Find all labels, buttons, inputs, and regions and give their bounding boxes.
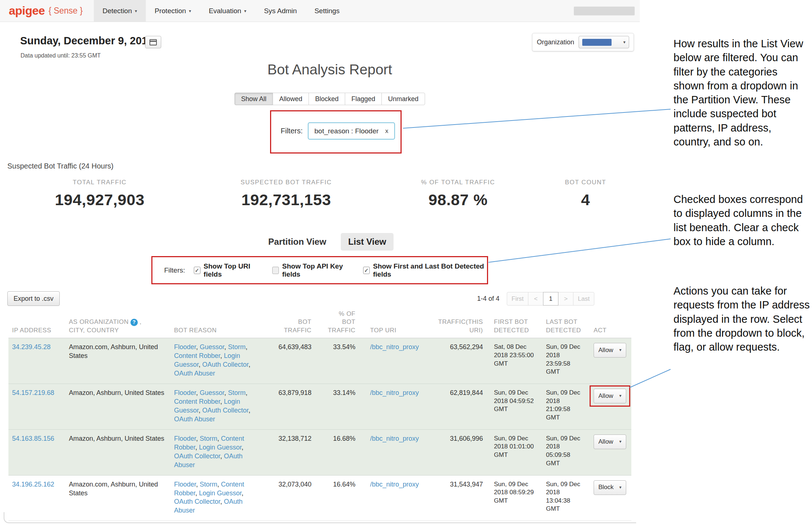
tab-blocked[interactable]: Blocked (309, 93, 345, 105)
column-header-pct-of-bot-traffic: % OFBOTTRAFFIC (316, 310, 360, 334)
bot-reason-link[interactable]: OAuth Collector (174, 498, 220, 505)
as-organization: Amazon, Ashburn, United States (65, 435, 170, 470)
page-button-last[interactable]: Last (573, 292, 594, 306)
action-label: Allow (598, 438, 613, 446)
export-csv-button[interactable]: Export to .csv (7, 291, 60, 306)
stat-label: SUSPECTED BOT TRAFFIC (213, 179, 359, 186)
stat-value: 192,731,153 (213, 191, 359, 209)
calendar-button[interactable] (145, 36, 161, 48)
first-bot-detected-value: Sun, 09 Dec 2018 04:59:52 GMT (487, 389, 539, 424)
ip-address-link[interactable]: 54.157.219.68 (12, 389, 54, 396)
nav-item-detection[interactable]: Detection▾ (94, 0, 146, 22)
table-header-row: IP ADDRESSAS ORGANIZATION?,CITY, COUNTRY… (8, 310, 631, 338)
tab-allowed[interactable]: Allowed (273, 93, 309, 105)
bot-reason-link[interactable]: OAuth Abuser (174, 415, 215, 423)
tab-unmarked[interactable]: Unmarked (381, 93, 425, 105)
bot-reason-link[interactable]: Guessor (200, 389, 224, 396)
table-row: 34.239.45.28Amazon.com, Ashburn, United … (8, 338, 631, 384)
nav-item-settings[interactable]: Settings (306, 0, 348, 22)
bot-reason-link[interactable]: Login Guessor (199, 489, 241, 497)
chevron-down-icon: ▾ (189, 8, 191, 14)
bot-reason-link[interactable]: Flooder (174, 343, 196, 351)
action-dropdown[interactable]: Allow▾ (594, 389, 626, 403)
last-bot-detected-value: Sun, 09 Dec 2018 13:04:38 GMT (539, 480, 590, 515)
column-header-as-organization-city-country: AS ORGANIZATION?,CITY, COUNTRY (65, 318, 170, 334)
pct-bot-traffic-value: 33.54% (316, 343, 360, 378)
first-bot-detected-value: Sat, 08 Dec 2018 23:55:00 GMT (487, 343, 539, 378)
traffic-this-uri-value: 62,819,844 (425, 389, 487, 424)
bot-reason-link[interactable]: Storm (228, 343, 246, 351)
bot-reason-link[interactable]: Storm (228, 389, 246, 396)
filter-checkbox-show-first-and-last-bot-detected-fields[interactable]: ✓Show First and Last Bot Detected fields (363, 262, 487, 278)
tab-show-all[interactable]: Show All (235, 93, 273, 105)
filters-label: Filters: (281, 127, 303, 135)
pct-bot-traffic-value: 16.68% (316, 435, 360, 470)
bot-reason-link[interactable]: Guessor (200, 343, 224, 351)
bot-reason-link[interactable]: OAuth Collector (202, 407, 248, 414)
pager-zone: 1-4 of 4 First<1>Last (477, 292, 594, 306)
checkbox-checked-icon[interactable]: ✓ (194, 267, 200, 274)
table-row: 54.157.219.68Amazon, Ashburn, United Sta… (8, 384, 631, 430)
nav-item-evaluation[interactable]: Evaluation▾ (200, 0, 255, 22)
nav-item-protection[interactable]: Protection▾ (146, 0, 200, 22)
first-bot-detected-value: Sun, 09 Dec 2018 08:59:29 GMT (487, 480, 539, 515)
pct-bot-traffic-value: 33.14% (316, 389, 360, 424)
top-uri-link[interactable]: /bbc_nitro_proxy (370, 343, 419, 351)
help-icon[interactable]: ? (130, 319, 138, 326)
bot-reason-link[interactable]: Flooder (174, 389, 196, 396)
bot-reason-link[interactable]: Content Robber (174, 352, 220, 359)
report-date: Sunday, December 9, 2018 (20, 35, 154, 47)
chevron-down-icon: ▾ (619, 439, 621, 445)
top-uri-link[interactable]: /bbc_nitro_proxy (370, 481, 419, 488)
page-button-page-1[interactable]: 1 (543, 292, 558, 306)
callout-line-actions (630, 369, 671, 388)
filter-checkbox-label: Show Top API Key fields (282, 262, 352, 278)
stat-label: BOT COUNT (531, 179, 641, 186)
bot-reason-link[interactable]: OAuth Abuser (174, 370, 215, 377)
filter-checkbox-show-top-uri-fields[interactable]: ✓Show Top URI fields (194, 262, 261, 278)
ip-address-link[interactable]: 34.196.25.162 (12, 481, 54, 488)
bot-reason-link[interactable]: OAuth Collector (202, 361, 248, 368)
nav-item-sys-admin[interactable]: Sys Admin (255, 0, 306, 22)
pct-bot-traffic-value: 16.64% (316, 480, 360, 515)
checkbox-checked-icon[interactable]: ✓ (363, 267, 370, 274)
bot-reason-link[interactable]: Storm (200, 435, 217, 442)
bot-reason-link[interactable]: Storm (200, 481, 217, 488)
list-view-toggle[interactable]: List View (341, 233, 394, 251)
tab-flagged[interactable]: Flagged (345, 93, 382, 105)
chevron-down-icon: ▾ (623, 40, 625, 45)
bot-reason-link[interactable]: Content Robber (174, 398, 220, 405)
checkbox-unchecked-icon[interactable] (272, 267, 279, 274)
annotation-highlight-column-filters: Filters: ✓Show Top URI fieldsShow Top AP… (151, 256, 488, 284)
apigee-logo[interactable]: apigee { Sense } (0, 0, 90, 22)
bot-reason-link[interactable]: OAuth Collector (174, 452, 220, 460)
action-dropdown[interactable]: Block▾ (594, 480, 626, 495)
top-uri-link[interactable]: /bbc_nitro_proxy (370, 389, 419, 396)
stat-label: TOTAL TRAFFIC (30, 179, 169, 186)
bot-reason-link[interactable]: Login Guessor (199, 444, 241, 451)
remove-filter-icon[interactable]: x (385, 127, 388, 135)
partition-view-toggle[interactable]: Partition View (266, 233, 328, 251)
action-dropdown[interactable]: Allow▾ (594, 435, 626, 449)
page-button-first[interactable]: First (507, 292, 528, 306)
ip-address-link[interactable]: 54.163.85.156 (12, 435, 54, 442)
bot-reason-link[interactable]: Flooder (174, 435, 196, 442)
suspected-traffic-heading: Suspected Bot Traffic (24 Hours) (7, 162, 114, 170)
filter-tag[interactable]: bot_reason : Flooder x (308, 122, 395, 140)
bot-reasons: Flooder, Guessor, Storm, Content Robber,… (170, 389, 256, 424)
bot-traffic-value: 32,073,040 (256, 480, 316, 515)
top-uri-link[interactable]: /bbc_nitro_proxy (370, 435, 419, 442)
stat-value: 98.87 % (385, 191, 531, 209)
last-bot-detected-value: Sun, 09 Dec 2018 21:09:58 GMT (539, 389, 590, 424)
organization-dropdown[interactable]: ▾ (579, 36, 629, 48)
as-organization: Amazon, Ashburn, United States (65, 389, 170, 424)
ip-address-link[interactable]: 34.239.45.28 (12, 343, 51, 351)
bot-reasons: Flooder, Storm, Content Robber, Login Gu… (170, 435, 256, 470)
organization-panel: Organization ▾ (532, 33, 634, 51)
filter-checkbox-show-top-api-key-fields[interactable]: Show Top API Key fields (272, 262, 352, 278)
sense-logo-text: { Sense } (48, 6, 82, 16)
action-dropdown[interactable]: Allow▾ (594, 343, 626, 358)
page-button-prev[interactable]: < (528, 292, 543, 306)
bot-reason-link[interactable]: Flooder (174, 481, 196, 488)
page-button-next[interactable]: > (558, 292, 573, 306)
